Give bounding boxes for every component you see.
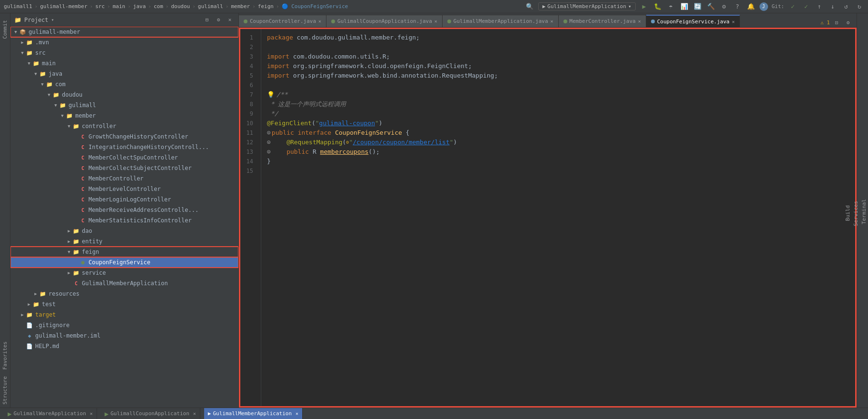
git-checkmark1[interactable]: ✓ — [788, 2, 798, 11]
tree-item-target[interactable]: ▶ 📁 target — [10, 309, 238, 320]
tab-close-icon[interactable]: ✕ — [318, 19, 321, 24]
tree-item-membercollectsubject[interactable]: C MemberCollectSubjectController — [10, 163, 238, 173]
profile-button[interactable]: 📊 — [680, 2, 689, 11]
tab-close-icon2[interactable]: ✕ — [434, 19, 437, 24]
code-line-7: 💡/** — [267, 90, 849, 100]
run-tab-coupon[interactable]: ▶ GulimallCouponApplication ✕ — [101, 408, 200, 419]
run-tab-ware[interactable]: ▶ GulimallWareApplication ✕ — [4, 408, 97, 419]
tree-label-target: target — [35, 311, 56, 318]
coverage-button[interactable]: ☂ — [666, 2, 676, 11]
tree-item-gulimall-member[interactable]: ▼ 📦 gulimall-member — [10, 27, 238, 37]
tree-item-couponfeignservice[interactable]: ● CouponFeignService — [10, 257, 238, 268]
folder-icon-test: 📁 — [32, 300, 40, 308]
tab-close-icon3[interactable]: ✕ — [551, 19, 553, 24]
settings-icon[interactable]: ⚙ — [720, 2, 729, 11]
run-button[interactable]: ▶ — [640, 2, 649, 11]
line-numbers: 1 2 3 4 5 6 7 8 9 10 11 12 13 14 15 — [240, 29, 261, 406]
java-app-icon: C — [72, 279, 80, 287]
build-button[interactable]: 🔨 — [706, 2, 716, 11]
tree-item-help[interactable]: 📄 HELP.md — [10, 341, 238, 351]
run-tab-member[interactable]: ▶ GulimallMemberApplication ✕ — [204, 408, 303, 419]
debug-button[interactable]: 🐛 — [653, 2, 662, 11]
tree-item-src[interactable]: ▼ 📁 src — [10, 48, 238, 58]
git-label: Git: — [772, 3, 785, 10]
run-close-ware[interactable]: ✕ — [90, 411, 93, 416]
code-line-5: import org.springframework.web.bind.anno… — [267, 71, 849, 80]
tree-label-resources: resources — [49, 290, 79, 297]
notifications-icon[interactable]: 🔔 — [746, 2, 756, 11]
tab-coupon-controller[interactable]: CouponController.java ✕ — [239, 15, 326, 27]
tree-label-dao: dao — [82, 228, 92, 234]
search-icon[interactable]: 🔍 — [525, 2, 534, 11]
help-icon[interactable]: ? — [733, 2, 742, 11]
tree-item-memberlogin[interactable]: C MemberLoginLogController — [10, 194, 238, 205]
code-line-6 — [267, 80, 849, 90]
tree-item-memberlevel[interactable]: C MemberLevelController — [10, 184, 238, 194]
close-panel-icon[interactable]: ✕ — [225, 15, 235, 25]
split-icon[interactable]: ⊡ — [832, 18, 841, 27]
collapse-all-icon[interactable]: ⊟ — [202, 15, 212, 25]
tree-item-member[interactable]: ▼ 📁 member — [10, 110, 238, 121]
tree-item-service[interactable]: ▶ 📁 service — [10, 268, 238, 278]
java-class-icon4: C — [79, 164, 87, 172]
tree-item-memberstatistics[interactable]: C MemberStatisticsInfoController — [10, 215, 238, 226]
tree-label-feign: feign — [82, 249, 99, 255]
tree-item-dao[interactable]: ▶ 📁 dao — [10, 226, 238, 236]
tree-item-gulimall-member-app[interactable]: C GulimallMemberApplication — [10, 278, 238, 289]
tab-close-icon4[interactable]: ✕ — [638, 19, 641, 24]
folder-icon-service: 📁 — [72, 269, 80, 277]
tree-item-resources[interactable]: ▶ 📁 resources — [10, 289, 238, 299]
vtab-structure[interactable]: Structure — [1, 373, 9, 408]
side-tab-build[interactable]: Build — [844, 201, 852, 225]
tree-item-integration[interactable]: C IntegrationChangeHistoryControll... — [10, 142, 238, 152]
tree-item-mvn[interactable]: ▶ 📁 .mvn — [10, 37, 238, 48]
tree-item-java[interactable]: ▼ 📁 java — [10, 69, 238, 79]
tree-item-membercontroller[interactable]: C MemberController — [10, 173, 238, 184]
tab-dot5 — [651, 20, 655, 23]
tree-item-test[interactable]: ▶ 📁 test — [10, 299, 238, 309]
code-editor[interactable]: 1 2 3 4 5 6 7 8 9 10 11 12 13 14 15 — [239, 28, 857, 408]
undo-button[interactable]: ↺ — [841, 2, 851, 11]
tree-item-iml[interactable]: ◆ gulimall-member.iml — [10, 330, 238, 341]
vtab-commit[interactable]: Commit — [1, 17, 9, 42]
folder-icon-target: 📁 — [26, 311, 33, 319]
run-close-coupon[interactable]: ✕ — [193, 411, 196, 416]
git-up[interactable]: ↑ — [815, 2, 824, 11]
tree-item-com[interactable]: ▼ 📁 com — [10, 79, 238, 90]
tree-item-doudou[interactable]: ▼ 📁 doudou — [10, 90, 238, 100]
tree-item-feign[interactable]: ▼ 📁 feign — [10, 247, 238, 257]
tree-item-gitignore[interactable]: 📄 .gitignore — [10, 320, 238, 330]
tree-item-membercollectspu[interactable]: C MemberCollectSpuController — [10, 152, 238, 163]
java-class-icon: C — [79, 133, 87, 140]
avatar-icon[interactable]: J — [760, 2, 768, 11]
redo-button[interactable]: ↻ — [855, 2, 864, 11]
tab-gulimall-coupon-app[interactable]: GulimallCouponApplication.java ✕ — [326, 15, 443, 27]
side-tab-terminal[interactable]: Terminal — [860, 195, 868, 228]
tree-item-gulimall[interactable]: ▼ 📁 gulimall — [10, 100, 238, 110]
git-checkmark2[interactable]: ✓ — [801, 2, 811, 11]
tab-coupon-feign-service[interactable]: CouponFeignService.java ✕ — [646, 15, 740, 27]
tree-item-growth[interactable]: C GrowthChangeHistoryController — [10, 131, 238, 142]
run-close-member[interactable]: ✕ — [296, 411, 298, 416]
gear-icon[interactable]: ⚙ — [843, 18, 853, 27]
code-content[interactable]: package com.doudou.gulimall.member.feign… — [261, 29, 855, 406]
side-tab-services[interactable]: Services — [852, 197, 860, 230]
tree-item-entity[interactable]: ▶ 📁 entity — [10, 236, 238, 247]
tree-label-mvn: .mvn — [35, 39, 49, 46]
main-area: Commit Favorites Structure 📁 Project ▾ ⊟… — [0, 13, 868, 408]
tree-item-memberreceive[interactable]: C MemberReceiveAddressControlle... — [10, 205, 238, 215]
git-down[interactable]: ↓ — [828, 2, 838, 11]
tab-gulimall-member-app[interactable]: GulimallMemberApplication.java ✕ — [443, 15, 559, 27]
tab-member-controller[interactable]: MemberController.java ✕ — [559, 15, 646, 27]
tree-label-java: java — [49, 70, 62, 77]
vtab-favorites[interactable]: Favorites — [1, 339, 9, 373]
tab-close-icon5[interactable]: ✕ — [732, 19, 735, 24]
tree-item-controller[interactable]: ▼ 📁 controller — [10, 121, 238, 131]
run-config-selector[interactable]: ▶ GulimallMemberApplication ▾ — [538, 2, 636, 10]
sync-button[interactable]: 🔄 — [693, 2, 702, 11]
tree-item-main[interactable]: ▼ 📁 main — [10, 58, 238, 69]
code-line-12: ⊙ @RequestMapping(⚙"/coupon/coupon/membe… — [267, 138, 849, 147]
tree-arrow[interactable]: ▼ — [12, 30, 19, 34]
file-icon-help: 📄 — [26, 342, 33, 350]
settings-panel-icon[interactable]: ⚙ — [214, 15, 223, 25]
